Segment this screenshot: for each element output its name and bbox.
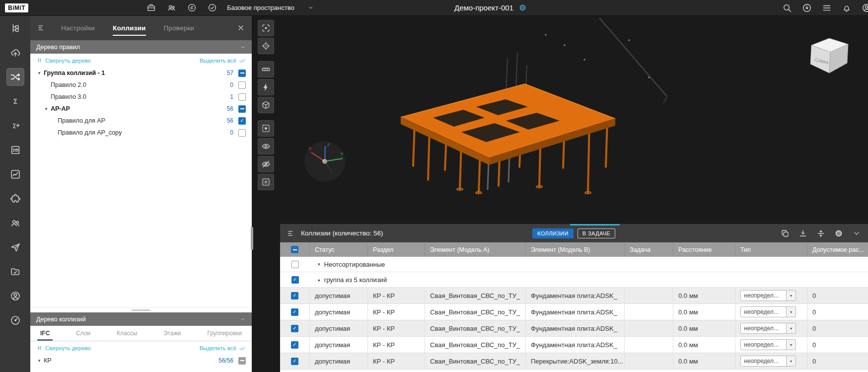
rail-charts-button[interactable] [7,166,24,183]
tree-tab-4[interactable]: Группировки [207,326,242,341]
rail-model-tree-button[interactable] [7,20,24,37]
table-menu-icon[interactable] [287,229,296,238]
tree-tab-2[interactable]: Классы [117,326,137,341]
column-header-7[interactable]: Допустимое рас... [807,242,868,257]
tree-item-checkbox[interactable] [238,70,246,77]
rules-tree-item[interactable]: Правило 2.00 [30,79,252,91]
chevron-down-icon[interactable]: ▾ [786,356,796,366]
collapse-tree-link[interactable]: Свернуть дерево [36,57,91,64]
table-group-row[interactable]: ▾Неотсортированные [280,257,868,272]
select-all-link[interactable]: Выделить всё [200,57,246,64]
chevron-down-icon[interactable]: ▾ [786,340,796,350]
isolate-button[interactable] [258,120,274,137]
select-all-link-2[interactable]: Выделить всё [200,345,246,352]
row-checkbox[interactable] [291,341,298,349]
collisions-tree-item[interactable]: ▾КР56/56 [30,355,252,367]
type-select[interactable]: неопредел...▾ [740,323,796,334]
fit-rows-button[interactable] [816,229,825,238]
type-select[interactable]: неопредел...▾ [740,339,796,350]
collision-row[interactable]: допустимаяКР - КРСвая_Винтовая_СВС_по_ТУ… [280,320,868,337]
team-button[interactable] [167,3,176,12]
list-button[interactable] [822,3,832,13]
row-checkbox[interactable] [291,358,298,365]
viewport-3d[interactable]: X Y Z Слева Коллизии (количество: 56) КО… [252,15,868,372]
copy-button[interactable] [781,229,790,238]
panel-tab-0[interactable]: Настройки [61,15,95,40]
tree-tab-0[interactable]: IFC [40,326,50,341]
collisions-view-tab[interactable]: КОЛЛИЗИИ [532,228,574,238]
chevron-down-icon[interactable]: ▾ [786,307,796,317]
tree-item-checkbox[interactable] [238,81,246,89]
rail-plugins-button[interactable] [7,190,24,207]
row-checkbox[interactable] [291,308,298,316]
collision-row[interactable]: допустимаяКР - КРСвая_Винтовая_СВС_по_ТУ… [280,304,868,320]
row-checkbox[interactable] [291,292,298,299]
rules-tree-item[interactable]: ▾Группа коллизий - 157 [30,67,252,79]
type-select[interactable]: неопредел...▾ [740,356,796,367]
nav-cube[interactable]: Слева [805,32,853,79]
locate-button[interactable] [258,38,274,54]
column-header-2[interactable]: Элемент (Модель А) [425,242,526,257]
column-header-0[interactable]: Статус [310,242,368,257]
cell-allowed-distance[interactable]: 0 [807,288,868,303]
panel-tab-1[interactable]: Коллизии [113,15,146,40]
workspace-selector[interactable]: Базовое пространство [227,4,314,11]
in-task-view-tab[interactable]: В ЗАДАЧЕ [578,228,616,238]
collisions-tree-header[interactable]: Дерево коллизий [30,312,252,326]
bell-button[interactable] [842,3,852,13]
app-logo[interactable]: BiMiT [5,3,28,12]
chevron-down-icon[interactable]: ▾ [786,323,796,333]
cell-allowed-distance[interactable]: 0 [807,337,868,353]
eye-button[interactable] [258,138,274,154]
briefcase-button[interactable] [146,3,156,12]
close-panel-icon[interactable] [237,24,245,32]
rail-dashboard-button[interactable] [7,312,24,329]
type-select[interactable]: неопредел...▾ [740,306,796,317]
rail-collisions-button[interactable] [7,69,24,85]
chevron-down-icon[interactable]: ▾ [786,291,796,300]
tree-splitter[interactable] [30,307,252,312]
expand-arrow[interactable]: ▾ [35,358,43,363]
expand-arrow[interactable]: ▾ [35,71,43,75]
rules-tree-item[interactable]: Правило для АР_copy0 [30,127,252,139]
column-header-4[interactable]: Задача [625,242,673,257]
tree-tab-3[interactable]: Этажи [163,326,181,341]
rail-sum-plus-button[interactable]: Σ [7,117,24,134]
panel-resize-handle[interactable] [251,227,253,250]
rules-tree-item[interactable]: Правило 3.01 [30,91,252,103]
select-all-checkbox[interactable] [291,246,298,253]
cell-allowed-distance[interactable]: 0 [807,304,868,320]
column-header-5[interactable]: Расстояние [673,242,735,257]
tree-item-checkbox[interactable] [238,117,246,125]
project-settings-gear-icon[interactable] [518,3,527,12]
rules-tree-item[interactable]: ▾АР-АР56 [30,103,252,115]
gear-button[interactable] [834,229,843,238]
group-expand-arrow[interactable]: ▴ [318,277,320,282]
type-select[interactable]: неопредел...▾ [740,290,796,301]
profile-button[interactable] [862,3,868,13]
measure-button[interactable] [258,61,274,77]
collision-row[interactable]: допустимаяКР - КРСвая_Винтовая_СВС_по_ТУ… [280,288,868,304]
rail-projects-button[interactable] [7,263,24,280]
panel-resize-handle[interactable] [570,224,620,225]
tree-item-checkbox[interactable] [238,357,246,365]
collision-row[interactable]: допустимаяКР - КРСвая_Винтовая_СВС_по_ТУ… [280,337,868,353]
row-checkbox[interactable] [291,325,298,332]
section-box-button[interactable] [258,97,274,113]
group-checkbox[interactable] [291,276,299,284]
tree-item-checkbox[interactable] [238,105,246,113]
rail-docs-2d-button[interactable]: 2D [7,142,24,158]
panel-menu-icon[interactable] [37,23,46,32]
table-group-row[interactable]: ▴группа из 5 коллизий [280,272,868,288]
tree-item-checkbox[interactable] [238,93,246,101]
axis-gizmo[interactable]: X Y Z [303,140,346,183]
search-button[interactable] [782,3,792,13]
column-header-3[interactable]: Элемент (Модель B) [526,242,625,257]
group-checkbox[interactable] [291,261,299,268]
expand-arrow[interactable]: ▾ [42,106,50,111]
eye-off-button[interactable] [258,156,274,172]
chevron-down-button[interactable] [852,229,861,238]
region-select-button[interactable] [258,20,274,36]
rail-account-button[interactable] [7,288,24,304]
column-header-6[interactable]: Тип [735,242,807,257]
